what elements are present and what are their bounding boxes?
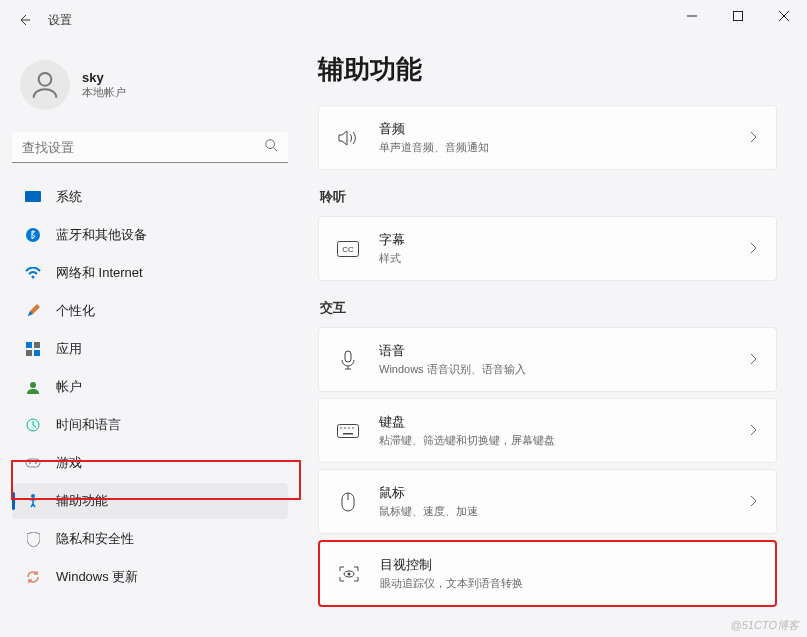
nav-accounts[interactable]: 帐户 [12,369,288,405]
nav-personalize[interactable]: 个性化 [12,293,288,329]
nav-label: 系统 [56,188,82,206]
search-box[interactable] [12,132,288,163]
keyboard-icon [337,420,359,442]
card-desc: 单声道音频、音频通知 [379,140,750,155]
sidebar: sky 本地帐户 系统 蓝牙和其他设备 网络和 Internet 个性化 应用 … [0,40,300,637]
clock-icon [24,416,42,434]
minimize-icon [687,11,697,21]
nav-accessibility[interactable]: 辅助功能 [12,483,288,519]
card-title: 鼠标 [379,484,750,502]
svg-point-14 [30,382,36,388]
nav-label: 蓝牙和其他设备 [56,226,147,244]
nav-apps[interactable]: 应用 [12,331,288,367]
wifi-icon [24,264,42,282]
svg-point-26 [348,427,350,429]
nav-bluetooth[interactable]: 蓝牙和其他设备 [12,217,288,253]
svg-rect-10 [26,342,32,348]
svg-point-25 [344,427,346,429]
nav-time[interactable]: 时间和语言 [12,407,288,443]
minimize-button[interactable] [669,0,715,32]
nav-privacy[interactable]: 隐私和安全性 [12,521,288,557]
nav-label: 个性化 [56,302,95,320]
svg-rect-7 [25,191,41,202]
svg-rect-22 [345,351,351,362]
card-desc: 鼠标键、速度、加速 [379,504,750,519]
nav-label: 时间和语言 [56,416,121,434]
nav-label: 帐户 [56,378,82,396]
svg-rect-11 [34,342,40,348]
card-desc: 眼动追踪仪，文本到语音转换 [380,576,757,591]
card-mouse[interactable]: 鼠标鼠标键、速度、加速 [318,469,777,534]
window-title: 设置 [48,12,72,29]
card-audio[interactable]: 音频单声道音频、音频通知 [318,105,777,170]
chevron-right-icon [750,129,758,147]
chevron-right-icon [750,422,758,440]
close-button[interactable] [761,0,807,32]
svg-point-27 [352,427,354,429]
card-title: 键盘 [379,413,750,431]
nav-update[interactable]: Windows 更新 [12,559,288,595]
maximize-icon [733,11,743,21]
svg-rect-12 [26,350,32,356]
system-icon [24,188,42,206]
svg-point-5 [266,140,275,149]
account-type: 本地帐户 [82,85,126,100]
svg-point-24 [340,427,342,429]
close-icon [779,11,789,21]
svg-line-6 [274,148,278,152]
card-title: 音频 [379,120,750,138]
svg-rect-13 [34,350,40,356]
apps-icon [24,340,42,358]
chevron-right-icon [750,493,758,511]
nav-network[interactable]: 网络和 Internet [12,255,288,291]
svg-rect-23 [338,424,359,437]
svg-point-4 [39,73,52,86]
card-title: 字幕 [379,231,750,249]
card-title: 目视控制 [380,556,757,574]
svg-point-17 [29,462,31,464]
mouse-icon [337,491,359,513]
maximize-button[interactable] [715,0,761,32]
section-hearing: 聆听 [320,188,777,206]
search-icon [264,138,278,156]
svg-point-32 [348,572,351,575]
back-button[interactable] [8,4,40,36]
shield-icon [24,530,42,548]
avatar [20,60,70,110]
svg-rect-28 [343,433,353,435]
svg-point-18 [35,462,37,464]
person-icon [28,68,62,102]
page-title: 辅助功能 [318,52,777,87]
nav-label: 网络和 Internet [56,264,143,282]
update-icon [24,568,42,586]
svg-text:CC: CC [342,245,354,254]
eye-icon [338,563,360,585]
card-desc: Windows 语音识别、语音输入 [379,362,750,377]
svg-point-19 [31,494,35,498]
card-eye-control[interactable]: 目视控制眼动追踪仪，文本到语音转换 [318,540,777,607]
card-title: 语音 [379,342,750,360]
card-captions[interactable]: CC 字幕样式 [318,216,777,281]
bluetooth-icon [24,226,42,244]
mic-icon [337,349,359,371]
card-keyboard[interactable]: 键盘粘滞键、筛选键和切换键，屏幕键盘 [318,398,777,463]
arrow-left-icon [16,12,32,28]
card-speech[interactable]: 语音Windows 语音识别、语音输入 [318,327,777,392]
nav-label: 应用 [56,340,82,358]
card-desc: 粘滞键、筛选键和切换键，屏幕键盘 [379,433,750,448]
speaker-icon [337,127,359,149]
nav-gaming[interactable]: 游戏 [12,445,288,481]
main-content: 辅助功能 音频单声道音频、音频通知 聆听 CC 字幕样式 交互 语音Window… [300,40,807,637]
nav-system[interactable]: 系统 [12,179,288,215]
search-input[interactable] [22,140,264,155]
nav-label: 隐私和安全性 [56,530,134,548]
svg-point-9 [32,276,35,279]
account-block[interactable]: sky 本地帐户 [12,48,288,130]
chevron-right-icon [750,351,758,369]
gaming-icon [24,454,42,472]
watermark: @51CTO博客 [731,618,799,633]
chevron-right-icon [750,240,758,258]
nav-label: 游戏 [56,454,82,472]
brush-icon [24,302,42,320]
card-desc: 样式 [379,251,750,266]
